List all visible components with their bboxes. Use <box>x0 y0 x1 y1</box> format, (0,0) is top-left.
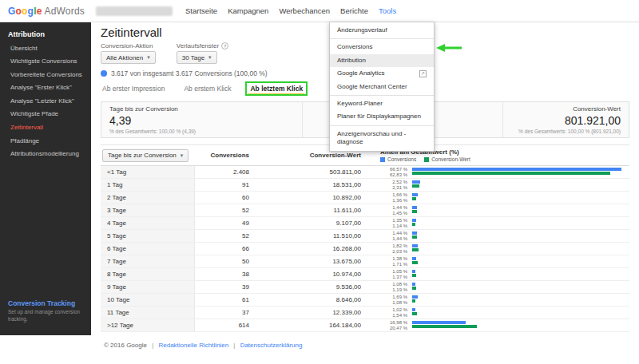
table-dimension-dropdown[interactable]: Tage bis zur Conversion ▾ <box>102 149 189 162</box>
table-row[interactable]: 4 Tage 49 9.107,00 1,35 % 1,14 % <box>101 217 629 230</box>
bar-conversions <box>412 257 416 260</box>
row-label: 8 Tage <box>101 268 195 280</box>
menu-item-google-analytics[interactable]: Google Analytics↗ <box>330 67 434 80</box>
main-nav: StartseiteKampagnenWerbechancenBerichteT… <box>185 6 396 15</box>
col-header-conversion-value[interactable]: Conversion-Wert <box>265 152 377 159</box>
table-row[interactable]: 10 Tage 61 8.646,00 1,69 % 1,08 % <box>101 294 629 307</box>
sidebar-item-wichtigste-pfade[interactable]: Wichtigste Pfade <box>0 108 91 121</box>
menu-item-anderungsverlauf[interactable]: Änderungsverlauf <box>330 24 434 37</box>
table-row[interactable]: 6 Tage 66 16.268,00 1,82 % 2,03 % <box>101 243 629 255</box>
table-row[interactable]: >12 Tage 614 164.184,00 16,98 % 20,47 % <box>101 319 629 332</box>
row-pct-value: 62,83 % <box>377 172 407 178</box>
row-conversion-value: 10.974,00 <box>265 271 377 278</box>
table-row[interactable]: 8 Tage 38 10.974,00 1,05 % 1,37 % <box>101 268 629 281</box>
tab-ab-erstem-klick[interactable]: Ab erstem Klick <box>182 84 232 95</box>
row-pct-conversions: 1,02 % <box>377 307 407 313</box>
bar-track <box>412 180 623 189</box>
table-row[interactable]: 1 Tag 91 18.531,00 2,52 % 2,31 % <box>101 179 629 192</box>
row-pct-value: 1,44 % <box>377 236 407 242</box>
menu-item-attribution[interactable]: Attribution <box>330 54 434 67</box>
menu-item-label: Planer für Displaykampagnen <box>337 113 421 121</box>
metric-subtext: % des Gesamtwerts: 100,00 % (801.921,00) <box>511 129 621 134</box>
footer-link-datenschutz[interactable]: Datenschutzerklärung <box>240 342 303 349</box>
row-conversion-value: 9.536,00 <box>265 283 377 291</box>
nav-item-berichte[interactable]: Berichte <box>340 6 368 15</box>
nav-item-startseite[interactable]: Startseite <box>185 6 217 15</box>
sidebar-item-wichtigste-conversions[interactable]: Wichtigste Conversions <box>0 55 91 69</box>
tab-ab-erster-impression[interactable]: Ab erster Impression <box>101 84 166 95</box>
row-label: 6 Tage <box>101 243 195 255</box>
footer-link-richtlinien[interactable]: Redaktionelle Richtlinien <box>158 342 228 349</box>
nav-item-kampagnen[interactable]: Kampagnen <box>228 6 268 15</box>
menu-separator <box>330 38 434 39</box>
bar-track <box>412 308 623 317</box>
sidebar-item-analyse-erster-klick[interactable]: Analyse "Erster Klick" <box>0 81 91 95</box>
footer: © 2016 Google | Redaktionelle Richtlinie… <box>101 342 629 349</box>
row-conversion-value: 503.811,00 <box>265 168 377 176</box>
table-row[interactable]: 3 Tage 52 11.611,00 1,44 % 1,45 % <box>101 204 629 217</box>
sidebar-item-analyse-letzter-klick[interactable]: Analyse "Letzter Klick" <box>0 94 91 108</box>
bar-conversion-value <box>412 184 419 188</box>
col-header-conversions[interactable]: Conversions <box>195 152 265 159</box>
row-pct-conversions: 1,69 % <box>377 295 407 300</box>
metric-conversion-value: Conversion-Wert 801.921,00 % des Gesamtw… <box>502 102 629 137</box>
menu-item-google-merchant-center[interactable]: Google Merchant Center <box>330 81 434 93</box>
menu-item-keyword-planer[interactable]: Keyword-Planer <box>330 97 434 110</box>
chevron-down-icon: ▾ <box>181 152 184 159</box>
menu-separator <box>330 95 434 96</box>
row-pct-value: 2,31 % <box>377 185 407 191</box>
nav-item-tools[interactable]: Tools <box>379 6 396 15</box>
legend-swatch-conversions <box>380 157 385 162</box>
menu-item-planer-fur-displaykampagnen[interactable]: Planer für Displaykampagnen <box>330 110 434 123</box>
row-label: 5 Tage <box>101 230 195 242</box>
table-row[interactable]: 9 Tage 39 9.536,00 1,08 % 1,19 % <box>101 281 629 294</box>
bar-conversions <box>412 295 418 299</box>
lookback-dropdown[interactable]: 30 Tage ▾ <box>177 51 217 64</box>
help-icon[interactable]: ? <box>221 42 228 49</box>
row-conversions: 614 <box>195 322 265 329</box>
row-conversion-value: 13.675,00 <box>265 258 377 265</box>
bar-conversions <box>412 193 418 196</box>
menu-item-label: Google Analytics <box>337 69 385 77</box>
menu-item-label: Keyword-Planer <box>337 100 383 108</box>
row-label: 10 Tage <box>101 294 195 306</box>
row-conversion-value: 11.510,00 <box>265 232 377 239</box>
row-conversions: 39 <box>195 283 265 291</box>
chevron-down-icon: ▾ <box>147 54 150 61</box>
tab-ab-letztem-klick[interactable]: Ab letztem Klick <box>248 84 304 95</box>
nav-item-werbechancen[interactable]: Werbechancen <box>279 6 330 15</box>
sidebar-item-attributionsmodellierung[interactable]: Attributionsmodellierung <box>0 148 91 161</box>
menu-item-anzeigenvorschau-und-diagnose[interactable]: Anzeigenvorschau und -diagnose <box>330 128 434 149</box>
row-conversions: 66 <box>195 245 265 252</box>
bar-track <box>412 244 623 253</box>
sidebar-item-conversion-tracking[interactable]: Conversion Tracking Set up and manage co… <box>0 295 91 335</box>
row-conversion-value: 10.892,00 <box>265 194 377 201</box>
table-row[interactable]: 2 Tage 60 10.892,00 1,66 % 1,36 % <box>101 192 629 204</box>
google-adwords-logo: Google AdWords <box>8 6 85 17</box>
row-pct-conversions: 1,66 % <box>377 192 407 198</box>
chevron-down-icon: ▾ <box>208 54 212 61</box>
row-pct-value: 1,36 % <box>377 198 407 204</box>
copyright: © 2016 Google <box>104 342 147 349</box>
footer-separator: | <box>233 342 235 349</box>
bar-track <box>412 231 623 240</box>
row-conversions: 50 <box>195 258 265 265</box>
bar-conversions <box>412 270 415 273</box>
sidebar-item-pfadlange[interactable]: Pfadlänge <box>0 134 91 148</box>
bar-conversion-value <box>412 287 416 290</box>
table-row[interactable]: <1 Tag 2.408 503.811,00 66,57 % 62,83 % <box>101 166 629 179</box>
row-pct-conversions: 2,52 % <box>377 180 407 185</box>
row-pct-conversions: 1,05 % <box>377 269 407 275</box>
sidebar-item-vorbereitete-conversions[interactable]: Vorbereitete Conversions <box>0 68 91 81</box>
conversions-summary-text: 3.617 von insgesamt 3.617 Conversions (1… <box>111 69 268 77</box>
row-pct-conversions: 1,44 % <box>377 231 407 236</box>
conversion-action-dropdown[interactable]: Alle Aktionen ▾ <box>101 51 156 64</box>
table-row[interactable]: 7 Tage 50 13.675,00 1,38 % 1,71 % <box>101 255 629 268</box>
sidebar-item-ubersicht[interactable]: Übersicht <box>0 42 91 55</box>
menu-item-conversions[interactable]: Conversions <box>330 41 434 53</box>
sidebar-item-zeitintervall[interactable]: Zeitintervall <box>0 121 91 135</box>
table-row[interactable]: 11 Tage 37 12.339,00 1,02 % 1,54 % <box>101 307 629 319</box>
bar-conversion-value <box>412 325 477 328</box>
row-pct-value: 20,47 % <box>377 326 407 331</box>
table-row[interactable]: 5 Tage 52 11.510,00 1,44 % 1,44 % <box>101 230 629 243</box>
